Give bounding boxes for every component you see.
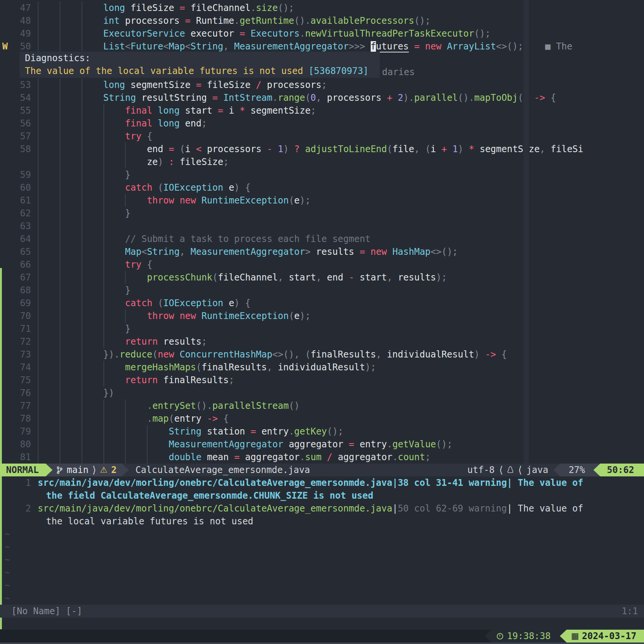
indent-guide <box>60 284 60 297</box>
quickfix-row[interactable]: 1src/main/java/dev/morling/onebrc/Calcul… <box>0 476 644 489</box>
line-number: 78 <box>11 412 31 425</box>
calendar-icon: ▦ <box>571 630 579 642</box>
line-number: 56 <box>11 117 31 130</box>
indent-guide <box>82 104 82 117</box>
indent-guide <box>60 438 60 451</box>
code-line[interactable]: 48int processors = Runtime.getRuntime().… <box>0 14 644 27</box>
line-number: 63 <box>11 220 31 233</box>
indent-guide <box>60 143 60 156</box>
warning-icon: ⚠ <box>100 464 108 476</box>
warning-count[interactable]: 2 <box>111 464 116 476</box>
indent-guide <box>82 194 82 207</box>
indent-guide <box>60 40 60 53</box>
git-segment: main ⟩ ⚠ 2 <box>52 464 122 476</box>
clock-icon <box>497 633 503 639</box>
code-line[interactable]: 79String station = entry.getKey(); <box>0 425 644 438</box>
indent-guide <box>38 361 39 374</box>
indent-guide <box>82 143 82 156</box>
empty-line: ~ <box>0 553 644 566</box>
line-number: 49 <box>11 27 31 40</box>
line-number: 62 <box>11 207 31 220</box>
indent-guide <box>60 156 60 168</box>
code-line[interactable]: 62} <box>0 207 644 220</box>
tilde-marker: ~ <box>5 566 10 579</box>
code-line[interactable]: 74mergeHashMaps(finalResults, individual… <box>0 361 644 374</box>
indent-guide <box>103 284 104 297</box>
line-number: 75 <box>11 374 31 387</box>
indent-guide <box>38 451 39 464</box>
code-line[interactable]: 59} <box>0 168 644 181</box>
indent-guide <box>82 233 82 245</box>
indent-guide <box>38 130 39 143</box>
quickfix-row[interactable]: the local variable futures is not used <box>0 515 644 528</box>
code-line[interactable]: 49ExecutorService executor = Executors.n… <box>0 27 644 40</box>
cursor-position: 50:62 <box>600 464 644 476</box>
code-line[interactable]: 65Map<String, MeasurementAggregator> res… <box>0 245 644 258</box>
code-line[interactable]: 58end = (i < processors - 1) ? adjustToL… <box>0 143 644 156</box>
indent-guide <box>60 310 60 322</box>
indent-guide <box>38 79 39 91</box>
indent-guide <box>147 438 148 451</box>
empty-line: ~ <box>0 566 644 579</box>
line-number: 61 <box>11 194 31 207</box>
indent-guide <box>38 399 39 412</box>
indent-guide <box>38 91 39 104</box>
code-line[interactable]: 56final long end; <box>0 117 644 130</box>
git-branch-name[interactable]: main <box>67 464 89 476</box>
code-line[interactable]: 66try { <box>0 258 644 271</box>
indent-guide <box>38 14 39 27</box>
indent-guide <box>103 156 104 168</box>
indent-guide <box>103 117 104 130</box>
code-line[interactable]: 77.entrySet().parallelStream() <box>0 399 644 412</box>
indent-guide <box>60 207 60 220</box>
empty-line: ~ <box>0 528 644 541</box>
indent-guide <box>38 374 39 387</box>
code-line[interactable]: 72return results; <box>0 335 644 348</box>
code-line[interactable]: 76}) <box>0 387 644 399</box>
indent-guide <box>103 258 104 271</box>
indent-guide <box>125 310 126 322</box>
quickfix-number: 2 <box>11 502 31 515</box>
indent-guide <box>82 181 82 194</box>
line-number: 71 <box>11 322 31 335</box>
indent-guide <box>82 130 82 143</box>
indent-guide <box>38 117 39 130</box>
code-line[interactable]: 81double mean = aggregator.sum / aggrega… <box>0 451 644 464</box>
code-line[interactable]: 71} <box>0 322 644 335</box>
code-line[interactable]: 47long fileSize = fileChannel.size(); <box>0 2 644 14</box>
indent-guide <box>38 207 39 220</box>
indent-guide <box>38 194 39 207</box>
indent-guide <box>103 297 104 310</box>
code-line[interactable]: 68} <box>0 284 644 297</box>
code-line[interactable]: 54String resultString = IntStream.range(… <box>0 91 644 104</box>
indent-guide <box>60 27 60 40</box>
code-line[interactable]: 64// Submit a task to process each file … <box>0 233 644 245</box>
quickfix-row[interactable]: the field CalculateAverage_emersonmde.CH… <box>0 489 644 502</box>
code-line[interactable]: 73}).reduce(new ConcurrentHashMap<>(), (… <box>0 348 644 361</box>
code-line[interactable]: 69catch (IOException e) { <box>0 297 644 310</box>
code-line[interactable]: 75return finalResults; <box>0 374 644 387</box>
quickfix-row[interactable]: 2src/main/java/dev/morling/onebrc/Calcul… <box>0 502 644 515</box>
indent-guide <box>82 297 82 310</box>
code-line[interactable]: 78.map(entry -> { <box>0 412 644 425</box>
line-number: 70 <box>11 310 31 322</box>
code-line[interactable]: 67processChunk(fileChannel, start, end -… <box>0 271 644 284</box>
code-line[interactable]: 70throw new RuntimeException(e); <box>0 310 644 322</box>
empty-line: ~ <box>0 541 644 553</box>
indent-guide <box>103 233 104 245</box>
powerline-separator <box>46 464 52 476</box>
color-column <box>524 0 529 464</box>
indent-guide <box>125 451 126 464</box>
code-line[interactable]: 53long segmentSize = fileSize / processo… <box>0 79 644 91</box>
code-line[interactable]: W50List<Future<Map<String, MeasurementAg… <box>0 40 644 53</box>
code-line[interactable]: 63 <box>0 220 644 233</box>
code-line[interactable]: 80MeasurementAggregator aggregator = ent… <box>0 438 644 451</box>
code-line[interactable]: ze) : fileSize; <box>0 156 644 168</box>
code-line[interactable]: 61throw new RuntimeException(e); <box>0 194 644 207</box>
buffer-name: [No Name] [-] <box>0 605 82 618</box>
indent-guide <box>38 40 39 53</box>
code-line[interactable]: 60catch (IOException e) { <box>0 181 644 194</box>
indent-guide <box>82 117 82 130</box>
code-line[interactable]: 57try { <box>0 130 644 143</box>
code-line[interactable]: 55final long start = i * segmentSize; <box>0 104 644 117</box>
